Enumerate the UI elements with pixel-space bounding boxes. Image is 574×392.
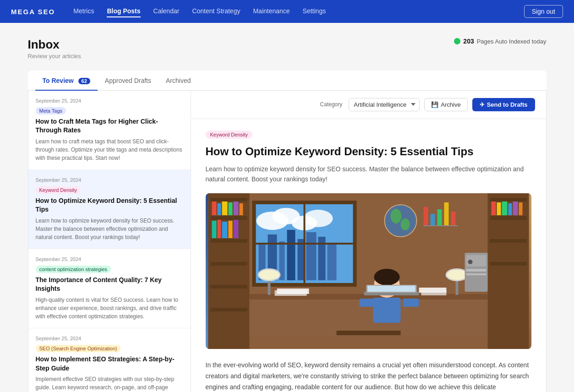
article-desc: Learn how to craft meta tags that boost … [36,137,183,162]
article-desc: Learn how to optimize keyword density fo… [36,217,183,241]
nav-link-calendar[interactable]: Calendar [153,5,180,17]
archive-icon: 💾 [431,101,438,108]
nav-link-maintenance[interactable]: Maintenance [253,5,290,17]
detail-body-p1: In the ever-evolving world of SEO, keywo… [206,360,531,392]
svg-rect-45 [519,202,522,215]
article-date: September 25, 2024 [36,98,183,103]
send-icon: ✈ [480,101,485,108]
detail-toolbar: Category Artificial Intelligence SEO Con… [191,91,546,119]
svg-rect-70 [466,269,486,272]
article-title: How to Optimize Keyword Density: 5 Essen… [36,196,183,214]
article-tag: SEO (Search Engine Optimization) [36,345,121,352]
page-subtitle: Review your articles [28,53,81,60]
detail-tag: Keyword Density [206,131,253,139]
svg-rect-32 [222,222,227,238]
nav-link-settings[interactable]: Settings [303,5,326,17]
tab-to-review[interactable]: To Review 62 [35,71,98,91]
article-date: September 25, 2024 [36,336,183,341]
svg-rect-33 [228,221,232,238]
article-title: The Importance of Content Quality: 7 Key… [36,276,183,294]
detail-illustration [206,193,531,349]
article-item[interactable]: September 25, 2024 Keyword Density How t… [28,170,191,249]
svg-rect-29 [239,203,243,215]
svg-rect-43 [508,203,512,215]
detail-title: How to Optimize Keyword Density: 5 Essen… [206,144,531,158]
svg-rect-26 [222,201,227,215]
indexed-dot-icon [454,38,460,44]
svg-rect-82 [423,225,458,226]
tabs-bar: To Review 62 Approved Drafts Archived [28,71,547,91]
article-title: How to Implement SEO Strategies: A Step-… [36,355,183,373]
svg-rect-52 [359,299,375,307]
tab-archived[interactable]: Archived [159,71,198,91]
article-desc: High-quality content is vital for SEO su… [36,296,183,321]
tab-badge-to-review: 62 [78,78,90,84]
article-tag: content optimization strategies [36,266,111,273]
nav-logo: MEGA SEO [11,8,55,16]
header-left: Inbox Review your articles [28,38,81,60]
svg-rect-13 [327,244,336,280]
main-layout: September 25, 2024 Meta Tags How to Craf… [28,91,547,392]
indexed-count: 203 [463,38,474,45]
page-header: Inbox Review your articles 203 Pages Aut… [28,38,547,60]
nav-link-metrics[interactable]: Metrics [73,5,94,17]
svg-rect-80 [444,202,448,225]
category-label: Category [320,101,343,108]
svg-rect-39 [490,262,526,266]
svg-rect-25 [217,203,221,215]
signout-button[interactable]: Sign out [524,5,563,18]
nav-link-blog-posts[interactable]: Blog Posts [107,5,140,17]
svg-rect-71 [466,273,486,275]
detail-desc: Learn how to optimize keyword density fo… [206,164,531,185]
svg-point-69 [468,260,472,264]
svg-point-62 [447,270,467,280]
article-title: How to Craft Meta Tags for Higher Click-… [36,117,183,135]
article-date: September 25, 2024 [36,256,183,262]
svg-rect-81 [451,212,455,225]
svg-rect-10 [297,239,304,280]
svg-rect-48 [336,331,400,335]
svg-rect-36 [490,198,526,201]
nav-links: Metrics Blog Posts Calendar Content Stra… [73,5,524,17]
svg-point-50 [374,269,399,285]
article-item[interactable]: September 25, 2024 Meta Tags How to Craf… [28,91,191,170]
article-date: September 25, 2024 [36,177,183,183]
svg-rect-77 [423,207,428,225]
detail-content: Keyword Density How to Optimize Keyword … [191,119,546,392]
svg-rect-79 [437,209,442,225]
indexed-badge: 203 Pages Auto Indexed today [454,38,546,45]
svg-rect-56 [367,286,415,292]
svg-rect-28 [233,201,238,215]
article-tag: Meta Tags [36,107,66,114]
nav-link-content-strategy[interactable]: Content Strategy [192,5,240,17]
svg-rect-40 [491,201,496,215]
svg-rect-51 [373,298,400,323]
article-item[interactable]: September 25, 2024 SEO (Search Engine Op… [28,328,191,392]
svg-rect-66 [421,290,446,295]
svg-rect-21 [210,262,247,266]
category-select[interactable]: Artificial Intelligence SEO Content Mark… [349,98,420,111]
svg-rect-78 [430,214,435,225]
svg-rect-30 [212,221,216,238]
tab-approved-drafts[interactable]: Approved Drafts [98,71,159,91]
svg-rect-44 [513,201,518,215]
page-container: Inbox Review your articles 203 Pages Aut… [17,23,558,392]
svg-rect-23 [210,308,247,311]
svg-rect-41 [497,202,501,215]
svg-rect-19 [210,216,247,220]
svg-rect-11 [306,232,316,280]
svg-rect-18 [210,198,247,201]
page-title: Inbox [28,38,81,52]
svg-rect-38 [490,239,526,243]
archive-button[interactable]: 💾 Archive [424,98,467,111]
svg-rect-37 [490,216,526,220]
svg-rect-9 [287,230,295,280]
send-to-drafts-button[interactable]: ✈ Send to Drafts [472,98,535,111]
detail-body: In the ever-evolving world of SEO, keywo… [206,360,531,392]
svg-rect-24 [212,201,216,215]
article-desc: Implement effective SEO strategies with … [36,375,183,392]
article-item[interactable]: September 25, 2024 content optimization … [28,249,191,328]
svg-rect-34 [233,220,238,238]
article-tag: Keyword Density [36,186,81,194]
svg-rect-53 [403,299,419,307]
